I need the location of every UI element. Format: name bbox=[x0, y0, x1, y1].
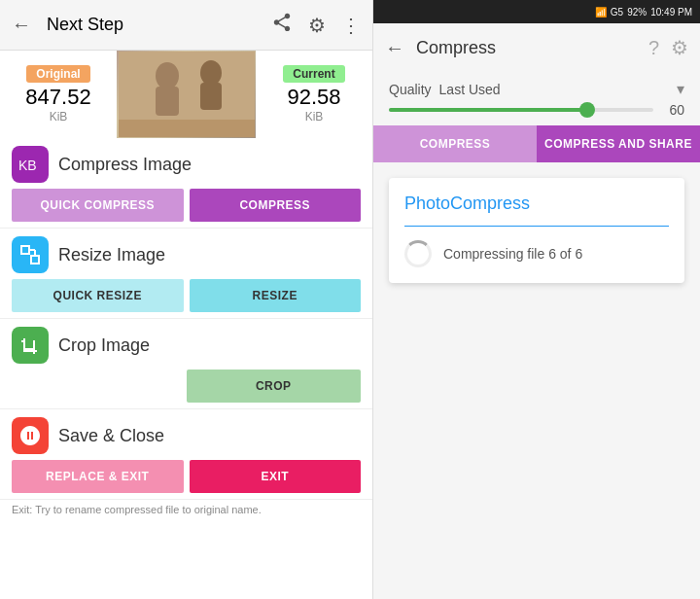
resize-icon bbox=[12, 236, 49, 273]
crop-section: Crop Image CROP bbox=[0, 319, 372, 409]
original-unit: KiB bbox=[50, 110, 68, 123]
tabs-row: COMPRESS COMPRESS AND SHARE bbox=[373, 125, 700, 162]
compress-section: KB Compress Image QUICK COMPRESS COMPRES… bbox=[0, 138, 372, 229]
dialog-area: PhotoCompress Compressing file 6 of 6 bbox=[373, 162, 700, 599]
battery-indicator: 92% bbox=[627, 7, 647, 18]
svg-rect-8 bbox=[31, 256, 39, 264]
quick-resize-button[interactable]: QUICK RESIZE bbox=[12, 279, 184, 312]
status-bar: 📶 G5 92% 10:49 PM bbox=[373, 0, 700, 23]
quality-value: Last Used bbox=[439, 82, 501, 97]
back-icon[interactable]: ← bbox=[12, 14, 31, 36]
svg-rect-5 bbox=[119, 120, 255, 137]
resize-section: Resize Image QUICK RESIZE RESIZE bbox=[0, 229, 372, 319]
tab-compress-share[interactable]: COMPRESS AND SHARE bbox=[537, 125, 700, 162]
crop-btn-row: CROP bbox=[12, 370, 361, 403]
svg-text:KB: KB bbox=[18, 158, 37, 173]
right-header: ← Compress ? ⚙ bbox=[373, 23, 700, 72]
compress-btn-row: QUICK COMPRESS COMPRESS bbox=[12, 189, 361, 222]
replace-exit-button[interactable]: REPLACE & EXIT bbox=[12, 460, 184, 493]
share-icon[interactable] bbox=[271, 12, 293, 38]
resize-button[interactable]: RESIZE bbox=[190, 279, 362, 312]
crop-button[interactable]: CROP bbox=[187, 370, 362, 403]
time-display: 10:49 PM bbox=[650, 7, 692, 18]
slider-value: 60 bbox=[661, 102, 684, 118]
settings-icon[interactable]: ⚙ bbox=[308, 14, 326, 37]
left-panel: ← Next Step ⚙ ⋮ Original 847.52 KiB bbox=[0, 0, 372, 599]
compress-icon: KB bbox=[12, 146, 49, 183]
save-title: Save & Close bbox=[58, 426, 164, 446]
quality-label: Quality bbox=[389, 82, 432, 97]
quality-slider[interactable] bbox=[389, 108, 653, 112]
network-type: G5 bbox=[611, 7, 623, 18]
page-title: Next Step bbox=[47, 15, 256, 35]
thumbnail bbox=[117, 51, 256, 138]
right-panel: 📶 G5 92% 10:49 PM ← Compress ? ⚙ Quality… bbox=[372, 0, 700, 599]
save-section: Save & Close REPLACE & EXIT EXIT bbox=[0, 409, 372, 500]
quality-dropdown-icon[interactable]: ▾ bbox=[677, 80, 684, 98]
footer-text: Exit: Try to rename compressed file to o… bbox=[0, 500, 372, 519]
right-title: Compress bbox=[416, 38, 637, 58]
svg-point-1 bbox=[156, 62, 179, 89]
right-back-icon[interactable]: ← bbox=[385, 37, 404, 59]
save-title-row: Save & Close bbox=[12, 417, 361, 454]
current-label: Current bbox=[283, 65, 344, 83]
right-help-icon[interactable]: ? bbox=[648, 37, 659, 59]
thumb-image bbox=[117, 51, 256, 138]
image-strip: Original 847.52 KiB Current 92.58 KiB bbox=[0, 51, 372, 138]
right-settings-icon[interactable]: ⚙ bbox=[671, 36, 688, 59]
save-icon bbox=[12, 417, 49, 454]
slider-row[interactable]: 60 bbox=[373, 102, 700, 125]
signal-indicator: 📶 bbox=[595, 7, 607, 18]
original-label: Original bbox=[26, 65, 89, 83]
progress-spinner bbox=[404, 240, 432, 267]
crop-title-row: Crop Image bbox=[12, 327, 361, 364]
dialog-divider bbox=[404, 226, 669, 227]
quality-row: Quality Last Used ▾ bbox=[373, 72, 700, 102]
compress-title: Compress Image bbox=[58, 155, 192, 175]
current-size: 92.58 bbox=[287, 85, 340, 110]
save-btn-row: REPLACE & EXIT EXIT bbox=[12, 460, 361, 493]
dialog-title: PhotoCompress bbox=[404, 194, 669, 214]
crop-title: Crop Image bbox=[58, 335, 150, 356]
svg-point-3 bbox=[200, 60, 222, 86]
compress-button[interactable]: COMPRESS bbox=[190, 189, 362, 222]
quick-compress-button[interactable]: QUICK COMPRESS bbox=[12, 189, 184, 222]
svg-rect-7 bbox=[21, 246, 29, 254]
left-header: ← Next Step ⚙ ⋮ bbox=[0, 0, 372, 51]
tab-compress[interactable]: COMPRESS bbox=[373, 125, 537, 162]
resize-title: Resize Image bbox=[58, 245, 165, 265]
current-block: Current 92.58 KiB bbox=[256, 51, 372, 138]
more-icon[interactable]: ⋮ bbox=[341, 14, 361, 37]
current-unit: KiB bbox=[305, 110, 324, 123]
svg-rect-4 bbox=[200, 83, 222, 110]
crop-icon bbox=[12, 327, 49, 364]
resize-title-row: Resize Image bbox=[12, 236, 361, 273]
exit-button[interactable]: EXIT bbox=[190, 460, 362, 493]
slider-thumb[interactable] bbox=[579, 102, 595, 118]
original-size: 847.52 bbox=[25, 85, 90, 110]
progress-text: Compressing file 6 of 6 bbox=[443, 246, 582, 262]
slider-fill bbox=[389, 108, 587, 112]
compress-title-row: KB Compress Image bbox=[12, 146, 361, 183]
dialog-progress-row: Compressing file 6 of 6 bbox=[404, 240, 669, 267]
svg-rect-2 bbox=[156, 87, 179, 116]
resize-btn-row: QUICK RESIZE RESIZE bbox=[12, 279, 361, 312]
original-block: Original 847.52 KiB bbox=[0, 51, 117, 138]
progress-dialog: PhotoCompress Compressing file 6 of 6 bbox=[389, 178, 684, 283]
